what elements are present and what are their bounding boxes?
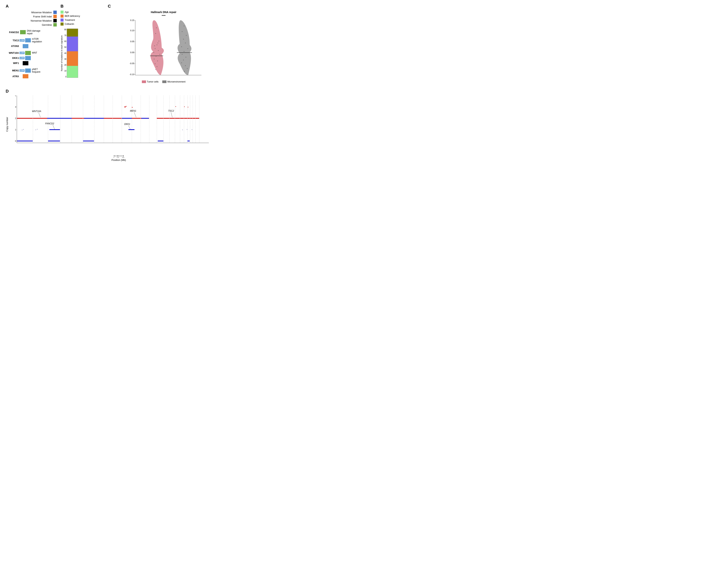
dkk1-label: DKK1	[124, 123, 130, 125]
b-legend-colbactin-box	[61, 22, 64, 25]
svg-point-32	[182, 54, 182, 55]
tsc2-label: TSC2	[168, 110, 174, 112]
b-legend-colbactin: Colbactin	[61, 22, 104, 25]
panel-a: A Missense Mutation Frame Shift Indel No…	[6, 4, 59, 83]
svg-point-22	[157, 43, 158, 43]
y-label-015: 0.15	[130, 19, 134, 21]
svg-point-34	[183, 60, 184, 60]
violin-legend-tumor: Tumor cells	[142, 80, 159, 83]
y-tick-0: 0	[65, 76, 67, 78]
wnt10a-label: WNT10A	[32, 110, 41, 112]
cn3-dot-3	[132, 107, 133, 108]
gene-fancd2-box	[20, 30, 26, 34]
b-legend-age-text: Age	[65, 11, 69, 14]
svg-point-28	[185, 43, 186, 43]
gene-men1-name: MEN1	[6, 69, 19, 72]
svg-point-33	[186, 57, 186, 58]
svg-point-30	[188, 48, 188, 49]
y-tick-30: 30	[64, 58, 66, 60]
legend-nonsense-box	[53, 19, 57, 22]
gene-atxn3-name: ATXN3	[6, 45, 19, 47]
panel-b-label: B	[61, 4, 104, 9]
b-legend-treatment-text: Treatment	[65, 19, 75, 21]
svg-point-8	[156, 27, 157, 28]
blue-del-chr20	[188, 141, 190, 141]
legend-germline-text: Germline	[6, 23, 52, 26]
men1-line	[134, 112, 136, 117]
panel-d-label: D	[6, 89, 221, 94]
dkk1-line	[128, 125, 130, 129]
red-seg-chr5	[72, 118, 83, 119]
gene-row-wif1: WIF1	[6, 61, 57, 65]
top-row: A Missense Mutation Frame Shift Indel No…	[6, 4, 221, 83]
violin-svg: 0.15 0.10 0.05 0.00 -0.05 -0.10	[124, 18, 203, 79]
legend-missense-box	[53, 10, 57, 14]
violin-significance: ****	[108, 14, 219, 17]
svg-point-16	[156, 56, 156, 57]
fancd2-line	[53, 125, 55, 129]
cn1-dot-7	[192, 129, 192, 130]
legend-nonsense: Nonsense Mutation	[6, 19, 57, 22]
stacked-bar	[67, 28, 78, 78]
y-2: 2	[15, 117, 16, 120]
legend-missense: Missense Mutation	[6, 10, 57, 14]
red-seg-chrx	[196, 118, 199, 119]
gene-wif1-box	[23, 61, 28, 65]
cn1-dot-3	[35, 129, 36, 130]
panel-a-label: A	[6, 4, 57, 9]
svg-point-25	[182, 31, 182, 32]
svg-point-37	[187, 68, 188, 69]
gene-mtor-label: mTORregulation	[32, 38, 42, 43]
tumor-violin	[150, 20, 164, 75]
fancd2-label: FANCD2	[45, 122, 54, 125]
micro-violin	[177, 20, 192, 75]
violin-legend-tumor-box	[142, 80, 146, 83]
bar-colbactin	[67, 29, 78, 37]
wnt10a-line	[39, 112, 41, 117]
cn3-dot-1	[125, 106, 126, 107]
panel-d: D Copy number 0 1 2 3 4	[6, 89, 221, 162]
gene-group-ddr: FANCD2 DNA damagerepair	[6, 29, 57, 35]
legend-nonsense-text: Nonsense Mutation	[6, 19, 52, 22]
violin-legend-micro-box	[162, 80, 167, 83]
y-tick-60: 60	[64, 40, 66, 42]
legend-germline: Germline	[6, 23, 57, 26]
svg-point-11	[157, 44, 157, 45]
red-seg-chr17	[175, 118, 180, 119]
gene-row-men1: MEN1 LOH pNETfrequent	[6, 68, 57, 74]
svg-point-18	[157, 61, 158, 61]
red-seg-chr19	[184, 118, 187, 119]
red-seg-chr16	[170, 118, 175, 119]
y-label-n005: -0.05	[130, 62, 134, 65]
gene-row-atrx: ATRX	[6, 74, 57, 78]
b-legend-age-box	[61, 10, 64, 14]
gene-ddr-label: DNA damagerepair	[27, 29, 40, 35]
cn3-dot-2	[126, 106, 127, 107]
red-seg-chr15	[164, 118, 169, 119]
panel-c: C Hallmark DNA repair **** 0.15 0.10 0.0…	[106, 4, 221, 83]
svg-point-12	[155, 48, 155, 49]
scale-100: 100	[116, 157, 119, 158]
bar-treatment	[67, 37, 78, 51]
blue-seg-2	[84, 118, 104, 119]
y-tick-80: 80	[64, 28, 66, 31]
b-legend-ber-box	[61, 15, 64, 18]
gene-row-dkk1: DKK1 LOH	[6, 56, 57, 60]
cn3-dot-5	[184, 106, 185, 107]
b-legend-treatment: Treatment	[61, 19, 104, 22]
d-y-label: Copy number	[6, 96, 8, 153]
red-seg-chr21	[190, 118, 193, 119]
wnt10a-loh-badge: LOH	[20, 52, 25, 54]
b-legend-ber: BER deficiency	[61, 15, 104, 18]
gene-atxn3-box	[23, 44, 28, 48]
svg-point-24	[183, 25, 185, 26]
d-chart-area: 0 1 2 3 4	[9, 96, 221, 153]
svg-point-19	[155, 63, 155, 64]
gene-atrx-name: ATRX	[6, 75, 19, 78]
blue-cn1-dkk1	[128, 129, 134, 130]
men1-loh-badge: LOH	[20, 69, 25, 72]
b-legend-treatment-box	[61, 19, 64, 22]
gene-dkk1-box	[25, 56, 31, 60]
svg-point-10	[158, 41, 159, 41]
cn3-dot-6	[188, 107, 188, 107]
